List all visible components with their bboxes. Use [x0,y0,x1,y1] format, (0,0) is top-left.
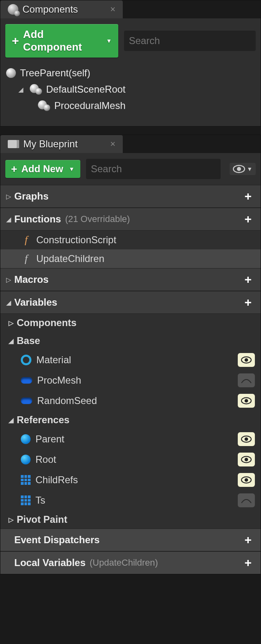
expand-icon[interactable]: ▷ [9,319,17,327]
component-self-row[interactable]: TreeParent(self) [0,65,261,81]
components-search[interactable] [124,31,256,51]
view-options-button[interactable]: ▼ [230,163,256,175]
visibility-on-icon[interactable] [238,353,255,367]
collapse-icon[interactable]: ◢ [9,337,17,345]
variable-childrefs[interactable]: ChildRefs [0,470,261,490]
visibility-off-icon[interactable] [238,493,255,507]
variable-label: RandomSeed [37,395,233,406]
expand-icon[interactable]: ◢ [18,86,26,93]
components-search-input[interactable] [129,35,251,47]
add-graph-button[interactable]: + [241,189,255,203]
add-local-variable-button[interactable]: + [241,556,255,570]
array-icon [21,475,31,485]
add-macro-button[interactable]: + [241,273,255,286]
variable-label: ProcMesh [37,375,233,386]
vargroup-label: Components [17,317,77,329]
vargroup-label: References [17,414,69,426]
add-component-label: Add Component [23,28,101,53]
object-pill-icon [21,398,32,404]
variable-material[interactable]: Material [0,350,261,370]
collapse-icon[interactable]: ◢ [6,299,14,306]
component-child-row[interactable]: ProceduralMesh [0,98,261,114]
visibility-on-icon[interactable] [238,473,255,487]
add-component-button[interactable]: + Add Component ▼ [5,24,118,58]
chevron-down-icon: ▼ [69,166,75,172]
variable-procmesh[interactable]: ProcMesh [0,370,261,391]
add-event-dispatcher-button[interactable]: + [241,533,255,547]
svg-point-13 [245,458,248,462]
expand-icon[interactable]: ▷ [6,193,14,200]
components-tab-title: Components [22,4,78,15]
visibility-on-icon[interactable] [238,394,255,408]
myblueprint-tab[interactable]: My Blueprint × [0,135,123,153]
function-icon: f [21,253,31,265]
object-pill-icon [21,377,32,384]
function-label: ConstructionScript [36,234,255,246]
add-new-button[interactable]: + Add New ▼ [5,160,80,178]
vargroup-label: Pivot Paint [17,514,67,525]
section-macros-label: Macros [14,274,49,285]
collapse-icon[interactable]: ◢ [6,215,14,223]
variable-ts[interactable]: Ts [0,490,261,511]
close-icon[interactable]: × [110,4,115,15]
scene-component-icon [38,100,50,111]
add-new-label: Add New [21,163,63,175]
visibility-on-icon[interactable] [238,432,255,446]
function-icon: f [21,234,31,246]
components-tab[interactable]: Components × [0,0,123,18]
expand-icon[interactable]: ▷ [6,276,14,284]
chevron-down-icon: ▼ [247,166,252,172]
components-tab-icon [8,4,18,15]
plus-icon: + [12,35,19,47]
close-icon[interactable]: × [110,139,115,149]
variable-label: Ts [35,495,233,506]
section-graphs[interactable]: ▷ Graphs + [0,185,261,208]
variable-label: Parent [35,433,233,445]
visibility-off-icon[interactable] [238,373,255,387]
section-local-variables-label: Local Variables [14,557,86,568]
plus-icon: + [11,164,17,174]
function-constructionscript[interactable]: f ConstructionScript [0,231,261,249]
myblueprint-panel: My Blueprint × + Add New ▼ ▼ ▷ Graphs + … [0,135,261,575]
myblueprint-tab-title: My Blueprint [23,138,77,150]
section-event-dispatchers-label: Event Dispatchers [14,534,100,546]
collapse-icon[interactable]: ◢ [9,416,17,424]
component-child-label: ProceduralMesh [54,100,126,111]
svg-point-9 [245,399,248,403]
function-updatechildren[interactable]: f UpdateChildren [0,249,261,268]
object-ball-icon [21,434,31,444]
section-functions-label: Functions [14,213,61,225]
svg-point-15 [245,478,248,482]
section-functions-meta: (21 Overridable) [65,214,130,224]
section-variables[interactable]: ◢ Variables + [0,291,261,314]
scene-component-icon [30,84,42,95]
vargroup-components[interactable]: ▷ Components [0,314,261,332]
myblueprint-search[interactable] [86,159,221,179]
components-tree: TreeParent(self) ◢ DefaultSceneRoot Proc… [0,63,261,126]
expand-icon[interactable]: ▷ [9,516,17,524]
myblueprint-search-input[interactable] [91,163,216,175]
variable-root[interactable]: Root [0,449,261,470]
variable-label: Material [36,354,233,366]
myblueprint-tab-bar: My Blueprint × [0,135,261,153]
section-macros[interactable]: ▷ Macros + [0,268,261,291]
vargroup-references[interactable]: ◢ References [0,411,261,429]
components-panel: Components × + Add Component ▼ TreeParen… [0,0,261,127]
vargroup-base[interactable]: ◢ Base [0,332,261,350]
section-functions[interactable]: ◢ Functions (21 Overridable) + [0,208,261,231]
myblueprint-toolbar: + Add New ▼ ▼ [0,153,261,185]
components-tab-bar: Components × [0,0,261,18]
visibility-on-icon[interactable] [238,453,255,466]
add-function-button[interactable]: + [241,212,255,226]
section-local-variables-meta: (UpdateChildren) [90,557,158,568]
svg-point-7 [245,358,248,362]
add-variable-button[interactable]: + [241,295,255,309]
vargroup-pivotpaint[interactable]: ▷ Pivot Paint [0,511,261,529]
blueprint-tab-icon [8,140,19,148]
section-event-dispatchers[interactable]: Event Dispatchers + [0,529,261,551]
section-local-variables[interactable]: Local Variables (UpdateChildren) + [0,551,261,574]
variable-parent[interactable]: Parent [0,429,261,449]
section-variables-label: Variables [14,297,57,308]
component-sceneroot-row[interactable]: ◢ DefaultSceneRoot [0,81,261,98]
variable-randomseed[interactable]: RandomSeed [0,391,261,411]
